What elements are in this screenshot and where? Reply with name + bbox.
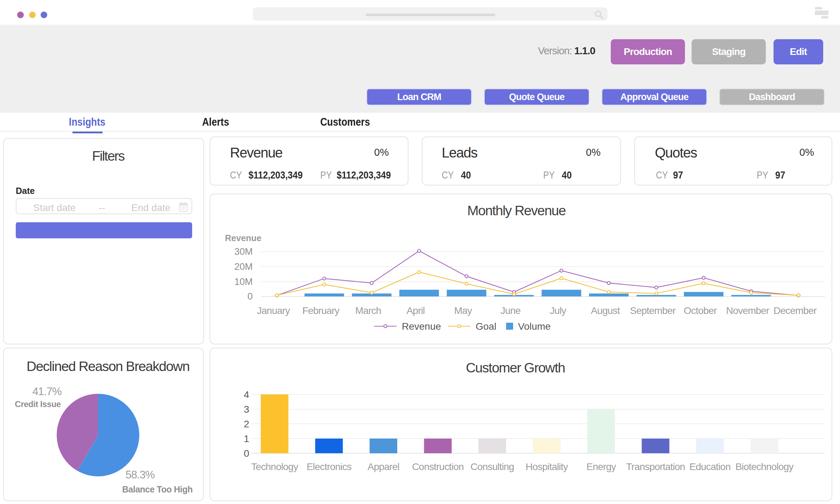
- svg-text:2: 2: [244, 419, 249, 429]
- svg-text:December: December: [774, 305, 817, 316]
- svg-text:1: 1: [244, 433, 249, 444]
- svg-text:May: May: [454, 305, 472, 316]
- svg-text:4: 4: [244, 389, 249, 400]
- svg-text:April: April: [406, 305, 425, 316]
- svg-text:Goal: Goal: [476, 321, 496, 332]
- svg-text:Biotechnology: Biotechnology: [735, 461, 793, 472]
- svg-text:30M: 30M: [234, 246, 253, 257]
- svg-text:Hospitality: Hospitality: [526, 461, 568, 472]
- svg-text:June: June: [500, 305, 521, 316]
- svg-text:0: 0: [247, 291, 253, 302]
- svg-text:0: 0: [244, 448, 249, 459]
- svg-text:Transportation: Transportation: [626, 461, 685, 472]
- svg-text:Construction: Construction: [412, 461, 464, 472]
- svg-text:February: February: [302, 305, 340, 316]
- svg-text:March: March: [355, 305, 381, 316]
- svg-text:3: 3: [244, 404, 249, 415]
- svg-text:November: November: [726, 305, 769, 316]
- svg-text:Volume: Volume: [518, 321, 551, 332]
- svg-text:October: October: [684, 305, 717, 316]
- svg-text:Apparel: Apparel: [368, 461, 399, 472]
- svg-text:Education: Education: [690, 461, 730, 472]
- svg-text:August: August: [591, 305, 620, 316]
- svg-text:20M: 20M: [234, 261, 253, 272]
- svg-text:September: September: [630, 305, 676, 316]
- svg-text:Energy: Energy: [587, 461, 616, 472]
- svg-text:Consulting: Consulting: [470, 461, 514, 472]
- svg-text:Revenue: Revenue: [402, 321, 441, 332]
- svg-text:Revenue: Revenue: [225, 233, 261, 243]
- svg-text:Technology: Technology: [251, 461, 298, 472]
- svg-text:10M: 10M: [234, 276, 253, 287]
- svg-text:January: January: [257, 305, 290, 316]
- svg-text:July: July: [550, 305, 566, 316]
- svg-text:Electronics: Electronics: [307, 461, 351, 472]
